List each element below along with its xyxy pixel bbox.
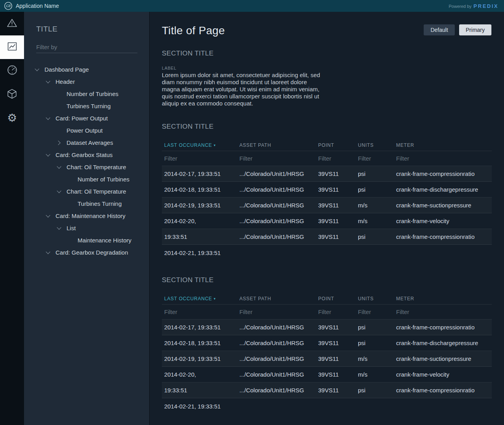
- table-cell: 39VS11: [316, 213, 356, 229]
- default-button[interactable]: Default: [424, 24, 454, 35]
- table-row[interactable]: 2014-02-17, 19:33:51.../Colorado/Unit1/H…: [162, 320, 492, 335]
- chevron-down-icon[interactable]: [57, 227, 67, 229]
- tree-item[interactable]: Maintenance History: [24, 234, 149, 246]
- chevron-down-icon[interactable]: [46, 251, 56, 253]
- tree-item[interactable]: Chart: Oil Temperature: [24, 161, 149, 173]
- table-row[interactable]: 2014-02-19, 19:33:51.../Colorado/Unit1/H…: [162, 198, 492, 213]
- column-header[interactable]: POINT: [316, 293, 356, 304]
- alert-triangle-icon: [7, 18, 17, 30]
- column-header[interactable]: POINT: [316, 139, 356, 151]
- table-cell: 19:33:51: [162, 382, 237, 398]
- tree-item[interactable]: Turbines Turning: [24, 198, 149, 210]
- table-cell: .../Colorado/Unit1/HRSG: [237, 382, 316, 398]
- filter-input[interactable]: [358, 309, 391, 315]
- filter-input[interactable]: [239, 309, 309, 315]
- tree-item[interactable]: Card: Maintenance History: [24, 210, 149, 222]
- chevron-down-icon[interactable]: [57, 166, 67, 168]
- tree-item[interactable]: List: [24, 222, 149, 234]
- tree-item[interactable]: Card: Gearbox Status: [24, 149, 149, 161]
- column-header[interactable]: UNITS: [356, 293, 394, 304]
- table-cell: 2014-02-19, 19:33:51: [162, 198, 237, 213]
- field-body-text: Lorem ipsum dolor sit amet, consectetuer…: [162, 72, 320, 107]
- table-cell: m/s: [356, 198, 394, 213]
- filter-cell: [394, 151, 492, 166]
- filter-input[interactable]: [318, 309, 352, 315]
- table-row[interactable]: 2014-02-21, 19:33:51: [162, 398, 492, 414]
- table-cell: psi: [356, 182, 394, 197]
- filter-input[interactable]: [164, 309, 231, 315]
- filter-input[interactable]: [358, 155, 391, 162]
- filter-cell: [237, 305, 316, 319]
- svg-text:GE: GE: [6, 4, 12, 8]
- tree-item[interactable]: Header: [24, 76, 149, 88]
- table-cell: m/s: [356, 367, 394, 382]
- column-header[interactable]: LAST OCCURANCE▾: [162, 139, 237, 151]
- table-row[interactable]: 2014-02-17, 19:33:51.../Colorado/Unit1/H…: [162, 166, 492, 182]
- column-header[interactable]: METER: [394, 293, 492, 304]
- table-cell: 39VS11: [316, 229, 356, 244]
- table-row[interactable]: 19:33:51.../Colorado/Unit1/HRSG39VS11psi…: [162, 382, 492, 398]
- chevron-right-icon[interactable]: [57, 141, 67, 144]
- table-cell: 39VS11: [316, 367, 356, 382]
- column-header[interactable]: METER: [394, 139, 492, 151]
- filter-input[interactable]: [318, 155, 352, 162]
- page-actions: Default Primary: [424, 24, 491, 35]
- table-cell: 2014-02-19, 19:33:51: [162, 351, 237, 366]
- tree-item[interactable]: Dashboard Page: [24, 63, 149, 76]
- column-header[interactable]: LAST OCCURANCE▾: [162, 293, 237, 304]
- rail-item-gauge[interactable]: [0, 59, 24, 83]
- tree-item[interactable]: Card: Power Output: [24, 112, 149, 124]
- rail-item-settings[interactable]: ⚙: [0, 106, 24, 130]
- page-title: Title of Page: [162, 24, 225, 37]
- rail-item-catalog[interactable]: [0, 83, 24, 106]
- chevron-down-icon[interactable]: [46, 215, 56, 217]
- table-row[interactable]: 2014-02-20,.../Colorado/Unit1/HRSG39VS11…: [162, 213, 492, 229]
- table-cell: m/s: [356, 213, 394, 229]
- table-row[interactable]: 2014-02-18, 19:33:51.../Colorado/Unit1/H…: [162, 182, 492, 198]
- table-cell: .../Colorado/Unit1/HRSG: [237, 367, 316, 382]
- chevron-down-icon[interactable]: [35, 68, 44, 70]
- column-header-label: METER: [396, 296, 414, 301]
- tree-item[interactable]: Number of Turbines: [24, 173, 149, 185]
- tree-item[interactable]: Chart: Oil Temperature: [24, 185, 149, 198]
- rail-item-alerts[interactable]: [0, 12, 24, 35]
- table-row[interactable]: 2014-02-21, 19:33:51: [162, 245, 492, 261]
- tree-item-label: Power Output: [67, 127, 103, 134]
- rail-item-dashboard[interactable]: [0, 35, 24, 59]
- table-cell: crank-frame-compressionratio: [394, 320, 492, 335]
- table-row[interactable]: 2014-02-19, 19:33:51.../Colorado/Unit1/H…: [162, 351, 492, 367]
- filter-input[interactable]: [396, 155, 484, 162]
- chevron-down-icon[interactable]: [57, 190, 67, 192]
- data-table: LAST OCCURANCE▾ASSET PATHPOINTUNITSMETER…: [162, 293, 492, 414]
- column-header[interactable]: ASSET PATH: [237, 293, 316, 304]
- table-row[interactable]: 2014-02-20,.../Colorado/Unit1/HRSG39VS11…: [162, 367, 492, 382]
- table-cell: .../Colorado/Unit1/HRSG: [237, 229, 316, 244]
- filter-cell: [356, 305, 394, 319]
- table-cell: crank-frame-suctionpressure: [394, 198, 492, 213]
- table-row[interactable]: 19:33:51.../Colorado/Unit1/HRSG39VS11psi…: [162, 229, 492, 245]
- table-row[interactable]: 2014-02-18, 19:33:51.../Colorado/Unit1/H…: [162, 335, 492, 351]
- table-cell: .../Colorado/Unit1/HRSG: [237, 335, 316, 351]
- chevron-down-icon[interactable]: [46, 154, 56, 156]
- column-header[interactable]: UNITS: [356, 139, 394, 151]
- column-header-label: METER: [396, 142, 414, 148]
- tree-item[interactable]: Turbines Turning: [24, 100, 149, 112]
- tree-item[interactable]: Dataset Averages: [24, 137, 149, 149]
- filter-input[interactable]: [396, 309, 484, 315]
- filter-input[interactable]: [164, 155, 231, 162]
- app-bar: GE Application Name Powered by PREDIX: [0, 0, 504, 12]
- sidebar-filter-input[interactable]: [36, 41, 137, 53]
- column-header-label: ASSET PATH: [239, 296, 271, 301]
- tree-item[interactable]: Number of Turbines: [24, 88, 149, 100]
- column-header[interactable]: ASSET PATH: [237, 139, 316, 151]
- page-header: Title of Page Default Primary: [162, 24, 491, 37]
- table-cell: crank-frame-compressionratio: [394, 229, 492, 244]
- filter-input[interactable]: [239, 155, 309, 162]
- primary-button[interactable]: Primary: [459, 24, 491, 35]
- powered-by-label: Powered by: [449, 4, 472, 9]
- chevron-down-icon[interactable]: [46, 117, 56, 119]
- table-header-row: LAST OCCURANCE▾ASSET PATHPOINTUNITSMETER: [162, 293, 492, 305]
- tree-item[interactable]: Power Output: [24, 124, 149, 137]
- chevron-down-icon[interactable]: [46, 81, 56, 83]
- tree-item[interactable]: Card: Gearbox Degradation: [24, 246, 149, 259]
